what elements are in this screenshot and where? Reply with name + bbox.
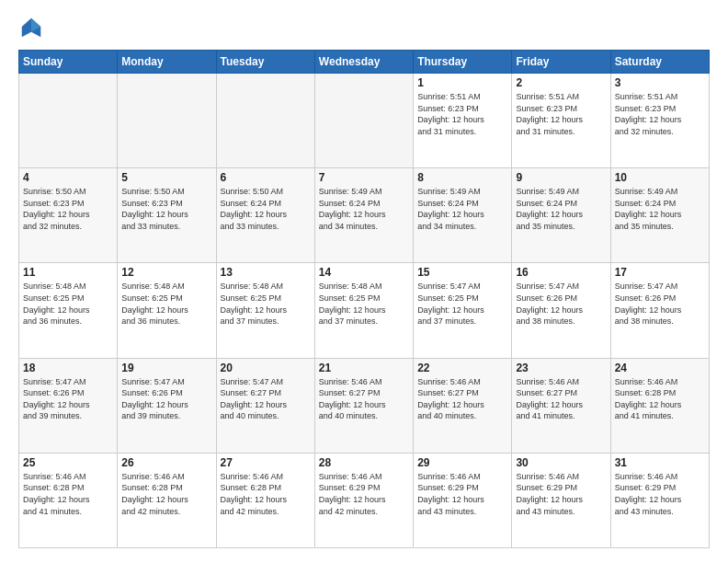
day-number: 29 [417, 456, 507, 469]
day-number: 4 [23, 171, 113, 184]
day-number: 16 [516, 266, 606, 279]
day-info: Sunrise: 5:51 AM Sunset: 6:23 PM Dayligh… [516, 91, 606, 137]
calendar-cell: 17Sunrise: 5:47 AM Sunset: 6:26 PM Dayli… [610, 263, 709, 358]
calendar-cell: 2Sunrise: 5:51 AM Sunset: 6:23 PM Daylig… [512, 74, 610, 168]
weekday-header-friday: Friday [512, 51, 610, 74]
day-number: 6 [221, 171, 311, 184]
weekday-header-sunday: Sunday [19, 51, 118, 74]
calendar-cell: 11Sunrise: 5:48 AM Sunset: 6:25 PM Dayli… [19, 263, 118, 358]
calendar-cell: 8Sunrise: 5:49 AM Sunset: 6:24 PM Daylig… [414, 168, 512, 263]
day-info: Sunrise: 5:46 AM Sunset: 6:27 PM Dayligh… [516, 376, 606, 422]
day-number: 9 [516, 171, 606, 184]
weekday-header-thursday: Thursday [414, 51, 512, 74]
calendar-cell: 3Sunrise: 5:51 AM Sunset: 6:23 PM Daylig… [610, 74, 709, 168]
calendar-cell [314, 74, 413, 168]
day-number: 18 [23, 362, 113, 374]
day-number: 5 [121, 171, 211, 184]
day-info: Sunrise: 5:46 AM Sunset: 6:28 PM Dayligh… [23, 471, 113, 517]
day-number: 24 [615, 362, 705, 374]
day-info: Sunrise: 5:48 AM Sunset: 6:25 PM Dayligh… [23, 281, 113, 327]
day-info: Sunrise: 5:50 AM Sunset: 6:23 PM Dayligh… [121, 186, 211, 232]
calendar-cell: 28Sunrise: 5:46 AM Sunset: 6:29 PM Dayli… [314, 453, 413, 547]
calendar-cell: 20Sunrise: 5:47 AM Sunset: 6:27 PM Dayli… [216, 358, 314, 453]
calendar-cell: 4Sunrise: 5:50 AM Sunset: 6:23 PM Daylig… [19, 168, 118, 263]
calendar-cell [19, 74, 118, 168]
day-info: Sunrise: 5:50 AM Sunset: 6:23 PM Dayligh… [23, 186, 113, 232]
day-number: 30 [516, 456, 606, 469]
weekday-header-row: SundayMondayTuesdayWednesdayThursdayFrid… [19, 51, 710, 74]
day-info: Sunrise: 5:49 AM Sunset: 6:24 PM Dayligh… [417, 186, 507, 232]
day-number: 25 [23, 456, 113, 469]
logo-icon [18, 15, 44, 40]
day-number: 23 [516, 362, 606, 374]
day-info: Sunrise: 5:46 AM Sunset: 6:28 PM Dayligh… [221, 471, 311, 517]
calendar-cell: 21Sunrise: 5:46 AM Sunset: 6:27 PM Dayli… [314, 358, 413, 453]
calendar-cell: 12Sunrise: 5:48 AM Sunset: 6:25 PM Dayli… [118, 263, 216, 358]
day-number: 7 [319, 171, 409, 184]
day-info: Sunrise: 5:47 AM Sunset: 6:26 PM Dayligh… [121, 376, 211, 422]
calendar-cell: 7Sunrise: 5:49 AM Sunset: 6:24 PM Daylig… [314, 168, 413, 263]
calendar-cell: 16Sunrise: 5:47 AM Sunset: 6:26 PM Dayli… [512, 263, 610, 358]
day-info: Sunrise: 5:46 AM Sunset: 6:29 PM Dayligh… [417, 471, 507, 517]
day-number: 2 [516, 76, 606, 89]
week-row-1: 1Sunrise: 5:51 AM Sunset: 6:23 PM Daylig… [19, 74, 710, 168]
day-number: 3 [615, 76, 705, 89]
calendar-cell: 1Sunrise: 5:51 AM Sunset: 6:23 PM Daylig… [414, 74, 512, 168]
calendar-cell: 25Sunrise: 5:46 AM Sunset: 6:28 PM Dayli… [19, 453, 118, 547]
day-number: 11 [23, 266, 113, 279]
calendar-cell: 27Sunrise: 5:46 AM Sunset: 6:28 PM Dayli… [216, 453, 314, 547]
page: SundayMondayTuesdayWednesdayThursdayFrid… [0, 0, 728, 563]
day-info: Sunrise: 5:48 AM Sunset: 6:25 PM Dayligh… [221, 281, 311, 327]
calendar-cell: 10Sunrise: 5:49 AM Sunset: 6:24 PM Dayli… [610, 168, 709, 263]
week-row-4: 18Sunrise: 5:47 AM Sunset: 6:26 PM Dayli… [19, 358, 710, 453]
calendar-cell: 22Sunrise: 5:46 AM Sunset: 6:27 PM Dayli… [414, 358, 512, 453]
day-number: 14 [319, 266, 409, 279]
day-info: Sunrise: 5:49 AM Sunset: 6:24 PM Dayligh… [516, 186, 606, 232]
day-info: Sunrise: 5:47 AM Sunset: 6:26 PM Dayligh… [615, 281, 705, 327]
calendar-cell: 14Sunrise: 5:48 AM Sunset: 6:25 PM Dayli… [314, 263, 413, 358]
weekday-header-monday: Monday [118, 51, 216, 74]
day-info: Sunrise: 5:48 AM Sunset: 6:25 PM Dayligh… [319, 281, 409, 327]
weekday-header-saturday: Saturday [610, 51, 709, 74]
calendar-cell: 30Sunrise: 5:46 AM Sunset: 6:29 PM Dayli… [512, 453, 610, 547]
calendar-cell: 5Sunrise: 5:50 AM Sunset: 6:23 PM Daylig… [118, 168, 216, 263]
week-row-2: 4Sunrise: 5:50 AM Sunset: 6:23 PM Daylig… [19, 168, 710, 263]
calendar-cell: 19Sunrise: 5:47 AM Sunset: 6:26 PM Dayli… [118, 358, 216, 453]
day-number: 13 [221, 266, 311, 279]
day-number: 10 [615, 171, 705, 184]
day-info: Sunrise: 5:46 AM Sunset: 6:28 PM Dayligh… [615, 376, 705, 422]
day-info: Sunrise: 5:50 AM Sunset: 6:24 PM Dayligh… [221, 186, 311, 232]
day-number: 19 [121, 362, 211, 374]
day-number: 20 [221, 362, 311, 374]
day-info: Sunrise: 5:46 AM Sunset: 6:27 PM Dayligh… [417, 376, 507, 422]
week-row-5: 25Sunrise: 5:46 AM Sunset: 6:28 PM Dayli… [19, 453, 710, 547]
day-number: 21 [319, 362, 409, 374]
calendar-cell [118, 74, 216, 168]
day-number: 12 [121, 266, 211, 279]
calendar-table: SundayMondayTuesdayWednesdayThursdayFrid… [18, 50, 710, 548]
calendar-cell: 6Sunrise: 5:50 AM Sunset: 6:24 PM Daylig… [216, 168, 314, 263]
week-row-3: 11Sunrise: 5:48 AM Sunset: 6:25 PM Dayli… [19, 263, 710, 358]
day-info: Sunrise: 5:47 AM Sunset: 6:26 PM Dayligh… [23, 376, 113, 422]
day-info: Sunrise: 5:46 AM Sunset: 6:28 PM Dayligh… [121, 471, 211, 517]
day-info: Sunrise: 5:46 AM Sunset: 6:29 PM Dayligh… [615, 471, 705, 517]
day-info: Sunrise: 5:47 AM Sunset: 6:27 PM Dayligh… [221, 376, 311, 422]
calendar-cell: 15Sunrise: 5:47 AM Sunset: 6:25 PM Dayli… [414, 263, 512, 358]
day-number: 27 [221, 456, 311, 469]
weekday-header-wednesday: Wednesday [314, 51, 413, 74]
weekday-header-tuesday: Tuesday [216, 51, 314, 74]
day-info: Sunrise: 5:49 AM Sunset: 6:24 PM Dayligh… [319, 186, 409, 232]
day-info: Sunrise: 5:48 AM Sunset: 6:25 PM Dayligh… [121, 281, 211, 327]
day-info: Sunrise: 5:46 AM Sunset: 6:29 PM Dayligh… [319, 471, 409, 517]
day-number: 1 [417, 76, 507, 89]
day-number: 22 [417, 362, 507, 374]
day-info: Sunrise: 5:47 AM Sunset: 6:25 PM Dayligh… [417, 281, 507, 327]
day-info: Sunrise: 5:51 AM Sunset: 6:23 PM Dayligh… [417, 91, 507, 137]
calendar-cell: 13Sunrise: 5:48 AM Sunset: 6:25 PM Dayli… [216, 263, 314, 358]
day-number: 31 [615, 456, 705, 469]
calendar-cell: 23Sunrise: 5:46 AM Sunset: 6:27 PM Dayli… [512, 358, 610, 453]
calendar-cell: 18Sunrise: 5:47 AM Sunset: 6:26 PM Dayli… [19, 358, 118, 453]
calendar-cell: 31Sunrise: 5:46 AM Sunset: 6:29 PM Dayli… [610, 453, 709, 547]
day-number: 8 [417, 171, 507, 184]
calendar-cell: 9Sunrise: 5:49 AM Sunset: 6:24 PM Daylig… [512, 168, 610, 263]
